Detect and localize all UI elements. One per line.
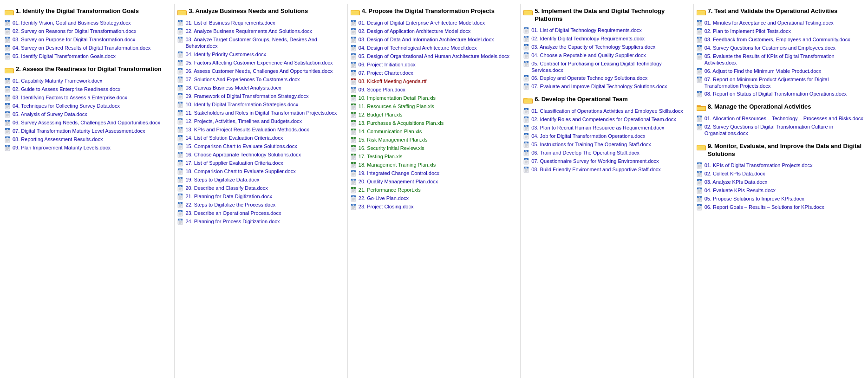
file-name[interactable]: 06. Assess Customer Needs, Challenges An…	[185, 68, 333, 74]
list-item[interactable]: W 05. Instructions for Training The Oper…	[523, 141, 690, 148]
file-name[interactable]: 20. Quality Management Plan.docx	[359, 178, 438, 185]
file-name[interactable]: 05. Evaluate the Results of KPIs of Digi…	[705, 53, 863, 66]
list-item[interactable]: W 05. Identify Digital Transformation Go…	[5, 53, 171, 60]
list-item[interactable]: W 03. Identifying Factors to Assess a En…	[5, 94, 171, 101]
file-name[interactable]: 05. Design of Organizational And Human A…	[359, 53, 509, 59]
list-item[interactable]: W 02. Survey Questions of Digital Transf…	[697, 123, 863, 137]
file-name[interactable]: 03. Design of Data And Information Archi…	[359, 36, 494, 43]
file-name[interactable]: 01. List of Digital Technology Requireme…	[531, 27, 642, 33]
file-name[interactable]: 01. Design of Digital Enterprise Archite…	[359, 19, 485, 26]
list-item[interactable]: W 03. Analyze the Capacity of Technology…	[523, 44, 690, 51]
file-name[interactable]: 16. Choose Appropriate Technology Soluti…	[185, 151, 301, 158]
file-name[interactable]: 07. Questionnaire Survey for Working Env…	[531, 158, 659, 164]
file-name[interactable]: 03. Survey on Purpose for Digital Transf…	[13, 36, 135, 43]
list-item[interactable]: W 02. Identify Digital Technology Requir…	[523, 35, 690, 42]
file-name[interactable]: 23. Project Closing.docx	[359, 203, 414, 210]
list-item[interactable]: W 06. Assess Customer Needs, Challenges …	[177, 68, 344, 75]
file-name[interactable]: 03. Plan to Recruit Human Resource as Re…	[531, 124, 664, 131]
file-name[interactable]: 07. Report on Minimum Product Adjustment…	[705, 76, 863, 90]
list-item[interactable]: W 05. Analysis of Survey Data.docx	[5, 111, 171, 118]
file-name[interactable]: 12. Projects, Activities, Timelines and …	[185, 118, 302, 124]
list-item[interactable]: W 08. Report on Status of Digital Transf…	[697, 91, 863, 97]
file-name[interactable]: 23. Describe an Operational Process.docx	[185, 210, 281, 216]
list-item[interactable]: W 02. Survey on Reasons for Digital Tran…	[5, 28, 171, 35]
list-item[interactable]: W 08. Reporting Assessment Results.docx	[5, 136, 171, 143]
file-name[interactable]: 19. Integrated Change Control.docx	[359, 170, 439, 176]
list-item[interactable]: W 07. Digital Transformation Maturity Le…	[5, 128, 171, 135]
file-name[interactable]: 05. Contract for Purchasing or Leasing D…	[531, 60, 690, 74]
list-item[interactable]: W 19. Steps to Digitalize Data.docx	[177, 176, 344, 183]
file-name[interactable]: 04. Identify Priority Customers.docx	[185, 51, 266, 58]
file-name[interactable]: 03. Identifying Factors to Assess a Ente…	[13, 94, 127, 101]
list-item[interactable]: W 11. Stakeholders and Roles in Digital …	[177, 110, 344, 117]
list-item[interactable]: W 08. Build Friendly Environment and Sup…	[523, 166, 690, 173]
list-item[interactable]: W 23. Project Closing.docx	[351, 203, 517, 210]
list-item[interactable]: W 05. Contract for Purchasing or Leasing…	[523, 60, 690, 74]
list-item[interactable]: W 01. Classification of Operations Activ…	[523, 108, 690, 115]
file-name[interactable]: 18. Comparision Chart to Evaluate Suppli…	[185, 168, 295, 175]
file-name[interactable]: 02. Collect KPIs Data.docx	[705, 170, 765, 177]
list-item[interactable]: W 03. Plan to Recruit Human Resource as …	[523, 124, 690, 131]
list-item[interactable]: W 02. Design of Application Architecture…	[351, 28, 517, 35]
file-name[interactable]: 08. Canvas Business Model Analysis.docx	[185, 84, 281, 91]
list-item[interactable]: W 04. Evaluate KPIs Results.docx	[697, 187, 863, 194]
file-name[interactable]: 17. Testing Plan.xls	[359, 153, 403, 160]
list-item[interactable]: W 06. Report Goals – Results – Solutions…	[697, 204, 863, 211]
list-item[interactable]: W 02. Identify Roles and Competencies fo…	[523, 116, 690, 123]
file-name[interactable]: 04. Survey on Desired Results of Digital…	[13, 45, 150, 51]
list-item[interactable]: W 01. Identify Vision, Goal and Business…	[5, 19, 171, 26]
file-name[interactable]: 02. Survey Questions of Digital Transfor…	[705, 123, 863, 137]
file-name[interactable]: 07. Digital Transformation Maturity Leve…	[13, 128, 145, 134]
file-name[interactable]: 08. Build Friendly Environment and Suppo…	[531, 166, 661, 173]
list-item[interactable]: W 04. Choose a Reputable and Quality Sup…	[523, 52, 690, 59]
file-name[interactable]: 22. Go-Live Plan.docx	[359, 195, 409, 201]
file-name[interactable]: 01. Minutes for Acceptance and Operation…	[705, 19, 834, 26]
list-item[interactable]: W 04. Job for Digital Transformation Ope…	[523, 133, 690, 140]
list-item[interactable]: W 24. Planning for Process Digitization.…	[177, 218, 344, 225]
list-item[interactable]: R 08. Kickoff Meeting Agenda.rtf	[351, 78, 517, 85]
list-item[interactable]: X 15. Risk Management Plan.xls	[351, 136, 517, 143]
list-item[interactable]: W 20. Describe and Classify Data.docx	[177, 185, 344, 192]
list-item[interactable]: W 06. Train and Develop The Operating St…	[523, 149, 690, 156]
list-item[interactable]: W 03. Analyze Target Customer Groups, Ne…	[177, 36, 344, 50]
list-item[interactable]: X 11. Resources & Staffing Plan.xls	[351, 103, 517, 110]
file-name[interactable]: 03. Feedback from Customers, Employees a…	[705, 36, 850, 43]
list-item[interactable]: W 13. KPIs and Project Results Evaluatio…	[177, 126, 344, 133]
list-item[interactable]: W 14. List of Solution Evaluation Criter…	[177, 135, 344, 142]
file-name[interactable]: 10. Implementation Detail Plan.xls	[359, 95, 436, 101]
list-item[interactable]: X 13. Purchases & Acquisitions Plan.xls	[351, 120, 517, 127]
list-item[interactable]: W 04. Survey Questions for Customers and…	[697, 45, 863, 52]
list-item[interactable]: X 10. Implementation Detail Plan.xls	[351, 95, 517, 102]
list-item[interactable]: W 22. Steps to Digitalize the Process.do…	[177, 201, 344, 208]
file-name[interactable]: 18. Management Training Plan.xls	[359, 162, 436, 168]
file-name[interactable]: 09. Framework of Digital Transformation …	[185, 93, 308, 99]
file-name[interactable]: 05. Instructions for Training The Operat…	[531, 141, 651, 148]
list-item[interactable]: W 21. Planning for Data Digitization.doc…	[177, 193, 344, 200]
list-item[interactable]: W 01. KPIs of Digital Transformation Pro…	[697, 162, 863, 169]
list-item[interactable]: W 03. Feedback from Customers, Employees…	[697, 36, 863, 43]
file-name[interactable]: 08. Kickoff Meeting Agenda.rtf	[359, 78, 427, 84]
file-name[interactable]: 15. Risk Management Plan.xls	[359, 136, 428, 143]
file-name[interactable]: 21. Planning for Data Digitization.docx	[185, 193, 272, 200]
file-name[interactable]: 11. Stakeholders and Roles in Digital Tr…	[185, 110, 337, 116]
list-item[interactable]: W 02. Analyze Business Requirements And …	[177, 28, 344, 35]
list-item[interactable]: W 06. Survey Assessing Needs, Challenges…	[5, 119, 171, 126]
list-item[interactable]: X 21. Performance Report.xls	[351, 187, 517, 194]
file-name[interactable]: 20. Describe and Classify Data.docx	[185, 185, 268, 191]
file-name[interactable]: 13. KPIs and Project Results Evaluation …	[185, 126, 309, 133]
list-item[interactable]: W 06. Adjust to Find the Minimum Viable …	[697, 68, 863, 75]
file-name[interactable]: 05. Factors Affecting Customer Experienc…	[185, 59, 333, 66]
list-item[interactable]: W 17. List of Supplier Evaluation Criter…	[177, 160, 344, 167]
list-item[interactable]: W 07. Report on Minimum Product Adjustme…	[697, 76, 863, 90]
list-item[interactable]: X 18. Management Training Plan.xls	[351, 162, 517, 168]
file-name[interactable]: 06. Deploy and Operate Technology Soluti…	[531, 75, 647, 81]
list-item[interactable]: W 05. Factors Affecting Customer Experie…	[177, 59, 344, 66]
list-item[interactable]: W 01. List of Business Requirements.docx	[177, 19, 344, 26]
list-item[interactable]: W 01. Allocation of Resources – Technolo…	[697, 115, 863, 122]
file-name[interactable]: 01. List of Business Requirements.docx	[185, 19, 275, 26]
file-name[interactable]: 21. Performance Report.xls	[359, 187, 421, 193]
file-name[interactable]: 04. Techniques for Collecting Survey Dat…	[13, 103, 120, 109]
list-item[interactable]: W 04. Identify Priority Customers.docx	[177, 51, 344, 58]
list-item[interactable]: W 07. Project Charter.docx	[351, 70, 517, 77]
file-name[interactable]: 24. Planning for Process Digitization.do…	[185, 218, 280, 225]
